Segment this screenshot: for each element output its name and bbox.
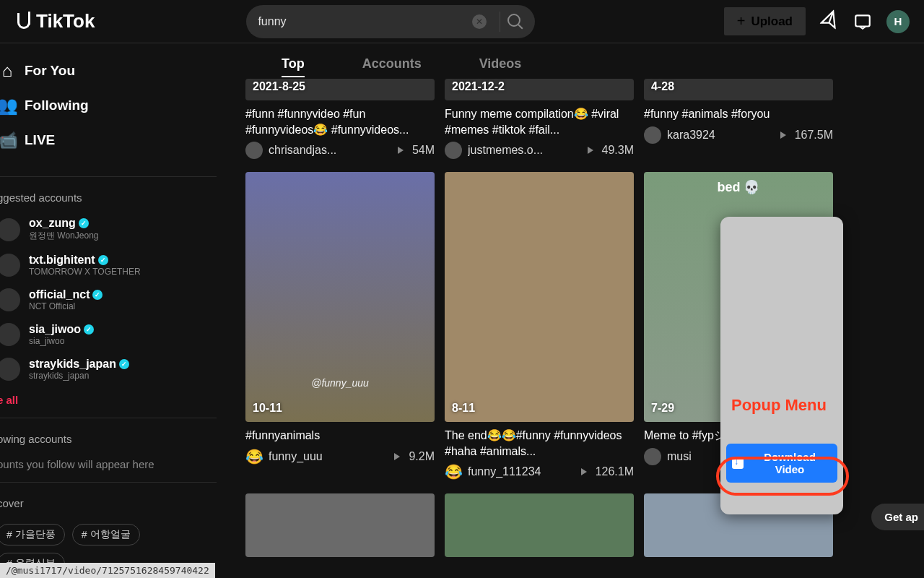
verified-icon: ✓ <box>84 324 94 335</box>
people-icon: 👥 <box>0 95 17 116</box>
video-thumbnail[interactable]: 2021-12-2 <box>445 79 634 100</box>
video-card[interactable]: 2021-8-25 #funn #funnyvideo #fun #funnyv… <box>245 79 435 159</box>
suggested-account[interactable]: official_nct✓NCT Official <box>0 282 217 317</box>
user-avatar[interactable] <box>644 448 661 465</box>
suggested-account[interactable]: txt.bighitent✓TOMORROW X TOGETHER <box>0 248 217 282</box>
user-avatar[interactable] <box>644 126 661 144</box>
view-count: 49.3M <box>602 144 634 157</box>
video-description: #funny #animals #foryou <box>644 106 833 122</box>
verified-icon: ✓ <box>92 290 103 300</box>
download-video-button[interactable]: Download Video <box>726 444 837 483</box>
video-card[interactable]: 8-11 The end😂😂#funny #funnyvideos #haha … <box>445 172 634 480</box>
play-icon <box>581 468 587 475</box>
nav-live[interactable]: 📹LIVE <box>0 123 217 158</box>
username[interactable]: justmemes.o... <box>468 144 582 157</box>
search-bar[interactable]: ✕ <box>246 5 535 38</box>
user-avatar[interactable]: 😂 <box>245 448 263 465</box>
video-description: Funny meme compilation😂 #viral #memes #t… <box>445 106 634 137</box>
get-app-button[interactable]: Get ap <box>871 504 924 530</box>
video-card[interactable]: @funny_uuu10-11 #funnyanimals 😂funny_uuu… <box>245 172 435 480</box>
video-description: #funn #funnyvideo #fun #funnyvideos😂 #fu… <box>245 106 435 137</box>
video-card[interactable] <box>445 493 634 557</box>
username[interactable]: funny_uuu <box>269 450 388 463</box>
video-thumbnail[interactable] <box>245 493 435 557</box>
sidebar: ⌂For You 👥Following 📹LIVE ggested accoun… <box>0 43 224 578</box>
user-avatar[interactable]: 😂 <box>445 463 462 480</box>
inbox-icon[interactable] <box>853 12 872 31</box>
video-thumbnail[interactable] <box>445 493 634 557</box>
view-count: 9.2M <box>409 450 435 463</box>
popup-title-annotation: Popup Menu <box>731 396 827 415</box>
video-description: The end😂😂#funny #funnyvideos #haha #anim… <box>445 428 634 459</box>
discover-tag[interactable]: #가을단풍 <box>0 524 65 545</box>
verified-icon: ✓ <box>79 218 89 228</box>
play-icon <box>394 453 400 460</box>
username[interactable]: kara3924 <box>667 129 775 142</box>
discover-title: cover <box>0 487 217 517</box>
tab-videos[interactable]: Videos <box>479 56 522 72</box>
verified-icon: ✓ <box>98 255 108 265</box>
plus-icon: + <box>737 13 746 30</box>
following-empty-msg: ounts you follow will appear here <box>0 452 217 478</box>
play-icon <box>588 147 593 154</box>
view-count: 167.5M <box>795 129 833 142</box>
following-title: owing accounts <box>0 423 217 452</box>
home-icon: ⌂ <box>0 61 17 81</box>
svg-rect-0 <box>855 15 870 26</box>
view-count: 54M <box>412 144 435 157</box>
clear-search-icon[interactable]: ✕ <box>472 14 487 29</box>
video-description: #funnyanimals <box>245 428 435 444</box>
view-count: 126.1M <box>596 465 634 478</box>
user-avatar[interactable] <box>445 142 462 159</box>
video-thumbnail[interactable]: @funny_uuu10-11 <box>245 172 435 422</box>
nav-following[interactable]: 👥Following <box>0 88 217 123</box>
logo-text: TikTok <box>36 10 95 33</box>
live-icon: 📹 <box>0 130 17 150</box>
video-card[interactable]: 2021-12-2 Funny meme compilation😂 #viral… <box>445 79 634 159</box>
context-popup: Popup Menu Download Video <box>720 217 843 514</box>
suggested-account[interactable]: straykids_japan✓straykids_japan <box>0 352 217 387</box>
download-icon <box>732 457 744 469</box>
play-icon <box>398 147 404 154</box>
video-thumbnail[interactable]: 8-11 <box>445 172 634 422</box>
watermark: @funny_uuu <box>311 377 369 389</box>
video-card[interactable]: 4-28 #funny #animals #foryou kara3924167… <box>644 79 833 159</box>
profile-avatar[interactable]: H <box>886 10 910 33</box>
upload-button[interactable]: + Upload <box>724 7 806 35</box>
nav-for-you[interactable]: ⌂For You <box>0 53 217 88</box>
suggested-account[interactable]: ox_zung✓원정맨 WonJeong <box>0 211 217 248</box>
suggested-account[interactable]: sia_jiwoo✓sia_jiwoo <box>0 317 217 352</box>
video-thumbnail[interactable]: 4-28 <box>644 79 833 100</box>
thumbnail-caption: bed 💀 <box>717 179 759 195</box>
suggested-title: ggested accounts <box>0 181 217 211</box>
logo[interactable]: TikTok <box>14 10 95 33</box>
play-icon <box>780 131 786 139</box>
upload-label: Upload <box>751 14 793 29</box>
user-avatar[interactable] <box>245 142 263 159</box>
video-thumbnail[interactable]: 2021-8-25 <box>245 79 435 100</box>
see-all-link[interactable]: e all <box>0 387 217 413</box>
search-icon[interactable] <box>507 14 523 30</box>
tiktok-icon <box>14 12 35 32</box>
username[interactable]: chrisandjas... <box>269 144 392 157</box>
search-input[interactable] <box>258 15 472 28</box>
video-card[interactable] <box>245 493 435 557</box>
discover-tag[interactable]: #어항얼굴 <box>72 524 140 545</box>
tab-top[interactable]: Top <box>282 56 305 72</box>
verified-icon: ✓ <box>119 359 129 369</box>
tab-accounts[interactable]: Accounts <box>362 56 422 72</box>
messages-icon[interactable] <box>817 9 842 34</box>
username[interactable]: funny_111234 <box>468 465 575 478</box>
status-url: /@musi1717/video/7125751628459740422 <box>0 563 215 578</box>
